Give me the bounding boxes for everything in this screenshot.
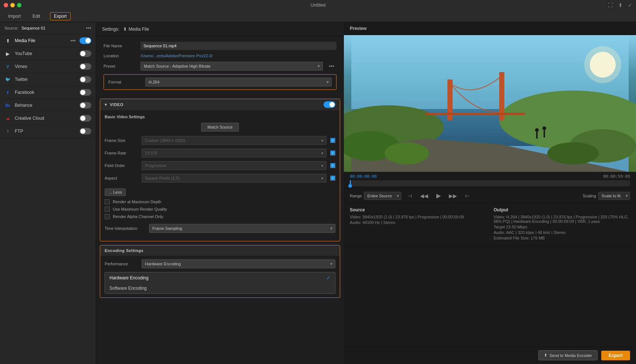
upload-icon: ⬆	[123, 27, 127, 32]
source-options-icon[interactable]: •••	[86, 25, 91, 31]
expand-icon[interactable]: ⛶	[608, 2, 613, 8]
ftp-toggle[interactable]	[80, 128, 91, 135]
performance-select-wrapper: Hardware Encoding Software Encoding ▾	[142, 259, 335, 268]
frame-rate-check[interactable]: ✓	[330, 150, 335, 156]
step-back-button[interactable]: ◀◀	[418, 192, 430, 200]
export-button[interactable]: Export	[601, 351, 630, 360]
video-section-header[interactable]: ▾ VIDEO	[100, 99, 340, 110]
performance-row: Performance Hardware Encoding Software E…	[105, 259, 335, 268]
file-name-input[interactable]	[141, 42, 336, 50]
scrub-handle[interactable]	[350, 180, 351, 186]
scaling-label: Scaling	[583, 194, 596, 198]
time-display: 00:00:00:00 00:00:59:09	[350, 174, 630, 179]
vimeo-toggle[interactable]	[80, 63, 91, 70]
format-select-wrapper: H.264 ▾	[145, 78, 332, 86]
ftp-icon: ↑	[4, 128, 11, 135]
creative-cloud-toggle[interactable]	[80, 115, 91, 122]
maximize-button[interactable]	[17, 3, 21, 7]
frame-size-select[interactable]: Custom (3840 x 1920) ▾	[142, 136, 327, 145]
preset-select-wrapper: Match Source - Adaptive High Bitrate ▾	[141, 62, 323, 71]
svg-point-16	[542, 126, 546, 130]
frame-size-chevron-icon: ▾	[321, 139, 323, 143]
right-panel: Preview	[344, 22, 636, 364]
frame-rate-select[interactable]: 23.976 ▾	[142, 149, 327, 157]
aspect-chevron-icon: ▾	[321, 176, 323, 180]
range-dropdown[interactable]: Entire Source	[364, 192, 401, 200]
nav-import[interactable]: Import	[6, 12, 23, 20]
sidebar-item-behance[interactable]: Be Behance	[0, 99, 96, 112]
field-order-select[interactable]: Progressive ▾	[142, 161, 327, 170]
play-button[interactable]: ▶	[434, 191, 443, 200]
media-file-options-icon[interactable]: •••	[70, 38, 76, 44]
title-bar-actions: ⛶ ⬆ ✓	[608, 2, 632, 8]
svg-point-2	[584, 46, 621, 83]
close-button[interactable]	[4, 3, 8, 7]
go-to-in-point-button[interactable]: ⊣	[406, 192, 414, 200]
behance-toggle[interactable]	[80, 102, 91, 109]
sidebar-item-facebook[interactable]: f Facebook	[0, 86, 96, 99]
frame-size-check[interactable]: ✓	[330, 138, 335, 143]
aspect-select[interactable]: Square Pixels (1.0) ▾	[142, 174, 327, 183]
top-nav: Import Edit Export	[0, 10, 636, 22]
max-render-quality-row: Use Maximum Render Quality	[105, 205, 335, 213]
twitter-toggle[interactable]	[80, 76, 91, 83]
scaling-dropdown[interactable]: Scale to fit	[598, 192, 630, 200]
scrub-dot[interactable]	[348, 184, 352, 188]
hardware-encoding-option[interactable]: Hardware Encoding ✓	[105, 272, 335, 283]
scaling-select: Scaling Scale to fit ▾	[583, 192, 630, 200]
sidebar-item-youtube[interactable]: ▶ YouTube	[0, 47, 96, 60]
performance-label: Performance	[105, 262, 138, 266]
encoding-dropdown-menu: Hardware Encoding ✓ Software Encoding	[105, 272, 335, 294]
preset-row: Preset Match Source - Adaptive High Bitr…	[104, 62, 336, 71]
encoding-body: Performance Hardware Encoding Software E…	[100, 256, 340, 297]
format-select[interactable]: H.264	[145, 78, 332, 86]
sidebar-item-twitter[interactable]: 🐦 Twitter	[0, 73, 96, 86]
less-button[interactable]: ... Less	[105, 188, 126, 196]
preset-label: Preset	[104, 64, 137, 68]
timeline-scrub[interactable]	[350, 180, 630, 186]
preset-select[interactable]: Match Source - Adaptive High Bitrate	[141, 62, 323, 71]
controls-bar: Range Entire Source ▾ ⊣ ◀◀ ▶ ▶▶ ⊢ Scalin…	[344, 189, 636, 203]
output-target-info: Target 23.50 Mbps	[494, 225, 630, 229]
performance-select[interactable]: Hardware Encoding Software Encoding	[142, 259, 335, 268]
range-label: Range	[350, 194, 362, 198]
max-render-quality-checkbox[interactable]	[105, 207, 110, 212]
source-video-info: Video: 3840x1920 (1.0) | 23.976 fps | Pr…	[350, 215, 486, 219]
media-file-toggle[interactable]	[80, 37, 91, 44]
step-forward-button[interactable]: ▶▶	[447, 192, 459, 200]
aspect-row: Aspect Square Pixels (1.0) ▾ ✓	[105, 174, 335, 183]
info-row: Source Video: 3840x1920 (1.0) | 23.976 f…	[344, 203, 636, 246]
send-to-media-encoder-button[interactable]: ⬆ Send to Media Encoder	[538, 350, 598, 360]
nav-export[interactable]: Export	[50, 12, 71, 20]
field-order-check[interactable]: ✓	[330, 163, 335, 168]
sidebar-item-ftp[interactable]: ↑ FTP	[0, 125, 96, 138]
svg-point-15	[535, 128, 539, 132]
software-encoding-option[interactable]: Software Encoding	[105, 283, 335, 293]
match-source-button[interactable]: Match Source	[201, 123, 239, 132]
check-icon[interactable]: ✓	[628, 2, 632, 8]
source-info-col: Source Video: 3840x1920 (1.0) | 23.976 f…	[350, 207, 486, 241]
nav-edit[interactable]: Edit	[30, 12, 43, 20]
export-icon[interactable]: ⬆	[618, 2, 623, 8]
preset-options-button[interactable]: •••	[327, 62, 336, 70]
youtube-toggle[interactable]	[80, 50, 91, 57]
render-alpha-checkbox[interactable]	[105, 214, 110, 219]
svg-rect-14	[544, 129, 545, 137]
preview-scene	[344, 35, 636, 172]
source-audio-info: Audio: 44100 Hz | Stereo	[350, 220, 486, 225]
media-file-link[interactable]: ⬆ Media File	[123, 27, 149, 32]
sidebar-item-creative-cloud[interactable]: ☁ Creative Cloud	[0, 112, 96, 125]
facebook-toggle[interactable]	[80, 89, 91, 96]
location-link[interactable]: /Users/...ents/Adobe/Premiere Pro/22.0/	[141, 54, 213, 58]
minimize-button[interactable]	[10, 3, 15, 7]
go-to-out-point-button[interactable]: ⊢	[463, 192, 471, 200]
aspect-label: Aspect	[105, 176, 138, 180]
video-section-toggle[interactable]	[324, 101, 335, 108]
render-max-depth-checkbox[interactable]	[105, 199, 110, 204]
output-info-col: Output Video: H.264 | 3840x1920 (1.0) | …	[494, 207, 630, 241]
sidebar-item-vimeo[interactable]: V Vimeo	[0, 60, 96, 73]
hardware-encoding-checkmark: ✓	[327, 275, 331, 280]
aspect-check[interactable]: ✓	[330, 176, 335, 181]
time-interpolation-select[interactable]: Frame Sampling	[149, 224, 335, 233]
sidebar-item-media-file[interactable]: ⬆ Media File •••	[0, 34, 96, 47]
